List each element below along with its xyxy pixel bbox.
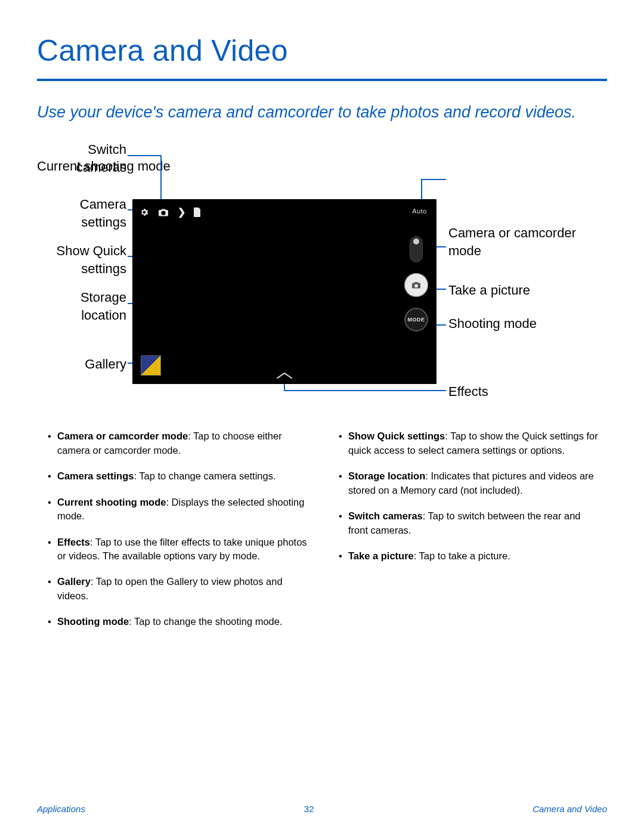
page-title: Camera and Video bbox=[37, 33, 607, 68]
bullet-term: Storage location bbox=[348, 470, 425, 481]
callout-gallery: Gallery bbox=[37, 355, 126, 373]
bullet-item: Camera settings: Tap to change camera se… bbox=[45, 469, 308, 483]
bullet-item: Camera or camcorder mode: Tap to choose … bbox=[45, 429, 308, 457]
bullet-term: Switch cameras bbox=[348, 510, 423, 521]
bullet-term: Gallery bbox=[57, 576, 91, 587]
gallery-thumbnail[interactable] bbox=[141, 355, 161, 376]
page: Camera and Video Use your device's camer… bbox=[0, 0, 644, 833]
bullet-list: Show Quick settings: Tap to show the Qui… bbox=[336, 429, 599, 563]
shutter-button[interactable] bbox=[404, 273, 428, 297]
mode-button-label: MODE bbox=[408, 317, 425, 323]
lead-paragraph: Use your device's camera and camcorder t… bbox=[37, 101, 597, 123]
bullet-desc: : Tap to open the Gallery to view photos… bbox=[57, 576, 283, 600]
bullet-term: Effects bbox=[57, 537, 90, 547]
callout-storage-location: Storage location bbox=[37, 289, 126, 324]
bullet-item: Gallery: Tap to open the Gallery to view… bbox=[45, 575, 308, 603]
bullet-desc: : Tap to take a picture. bbox=[414, 550, 510, 561]
bullet-desc: : Tap to change the shooting mode. bbox=[129, 616, 282, 627]
bullet-item: Show Quick settings: Tap to show the Qui… bbox=[336, 429, 599, 457]
bullet-item: Storage location: Indicates that picture… bbox=[336, 469, 599, 497]
camera-camcorder-toggle[interactable] bbox=[410, 236, 423, 262]
leader-line bbox=[284, 383, 285, 390]
bullet-term: Camera settings bbox=[57, 470, 134, 481]
bullet-list: Camera or camcorder mode: Tap to choose … bbox=[45, 429, 308, 628]
camera-topbar: ❯ bbox=[140, 206, 201, 218]
footer-right: Camera and Video bbox=[532, 804, 607, 814]
callout-camera-or-camcorder-mode: Camera or camcorder mode bbox=[448, 224, 592, 259]
footer-page-number: 32 bbox=[304, 804, 314, 814]
callout-show-quick-settings: Show Quick settings bbox=[37, 242, 126, 277]
callout-take-a-picture: Take a picture bbox=[448, 281, 592, 299]
title-rule bbox=[37, 79, 607, 81]
bullet-term: Current shooting mode bbox=[57, 497, 166, 507]
leader-line bbox=[160, 155, 162, 205]
bullet-item: Take a picture: Tap to take a picture. bbox=[336, 549, 599, 563]
bullet-columns: Camera or camcorder mode: Tap to choose … bbox=[37, 429, 607, 640]
callout-camera-settings: Camera settings bbox=[37, 196, 126, 231]
bullet-desc: : Tap to use the filter effects to take … bbox=[57, 537, 307, 561]
camera-screenshot: ❯ Auto MODE bbox=[132, 199, 436, 384]
bullet-column-left: Camera or camcorder mode: Tap to choose … bbox=[45, 429, 308, 640]
leader-line bbox=[128, 155, 160, 156]
bullet-item: Current shooting mode: Displays the sele… bbox=[45, 496, 308, 524]
footer-left: Applications bbox=[37, 804, 85, 814]
mode-button[interactable]: MODE bbox=[404, 308, 428, 332]
storage-card-icon[interactable] bbox=[194, 208, 201, 217]
bullet-term: Take a picture bbox=[348, 550, 414, 561]
camera-diagram: Switch cameras Camera settings Show Quic… bbox=[37, 141, 609, 403]
bullet-term: Camera or camcorder mode bbox=[57, 431, 188, 441]
effects-chevron-icon[interactable] bbox=[276, 372, 293, 379]
bullet-term: Show Quick settings bbox=[348, 431, 445, 441]
callout-current-shooting-mode: Current shooting mode bbox=[37, 157, 180, 175]
switch-camera-icon[interactable] bbox=[157, 208, 169, 217]
camera-right-controls: MODE bbox=[404, 236, 428, 332]
bullet-item: Shooting mode: Tap to change the shootin… bbox=[45, 615, 308, 628]
callout-shooting-mode: Shooting mode bbox=[448, 315, 592, 333]
bullet-desc: : Tap to change camera settings. bbox=[134, 470, 275, 481]
auto-mode-label: Auto bbox=[412, 208, 427, 215]
bullet-item: Effects: Tap to use the filter effects t… bbox=[45, 535, 308, 563]
chevron-right-icon[interactable]: ❯ bbox=[178, 206, 185, 218]
gear-icon[interactable] bbox=[140, 208, 149, 217]
leader-line bbox=[421, 179, 446, 180]
bullet-term: Shooting mode bbox=[57, 616, 129, 627]
page-footer: Applications 32 Camera and Video bbox=[0, 804, 644, 814]
bullet-item: Switch cameras: Tap to switch between th… bbox=[336, 509, 599, 537]
bullet-column-right: Show Quick settings: Tap to show the Qui… bbox=[336, 429, 599, 640]
callout-effects: Effects bbox=[448, 383, 592, 401]
leader-line bbox=[284, 390, 446, 391]
